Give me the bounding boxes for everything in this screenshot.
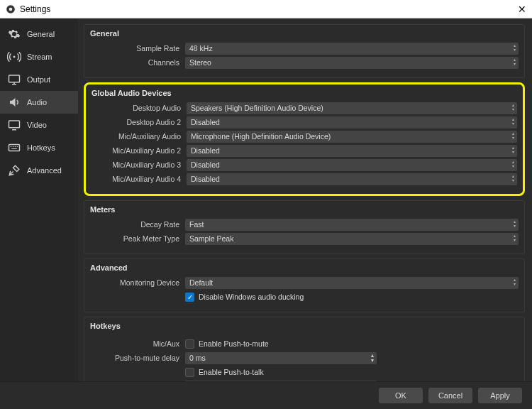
section-title-hotkeys: Hotkeys (90, 322, 519, 330)
svg-point-1 (9, 7, 13, 11)
dropdown-peak-meter-type[interactable]: Sample Peak▴▾ (185, 233, 519, 245)
label-decay-rate: Decay Rate (90, 220, 185, 229)
tools-icon (7, 164, 21, 177)
dropdown-value: Default (189, 278, 213, 287)
sidebar-item-output[interactable]: Output (0, 68, 78, 91)
checkbox-enable-push-to-talk[interactable] (185, 368, 194, 377)
dropdown-value: Microphone (High Definition Audio Device… (191, 132, 331, 141)
apply-button[interactable]: Apply (478, 388, 522, 403)
dropdown-desktop-audio[interactable]: Speakers (High Definition Audio Device)▴… (187, 102, 517, 114)
label-desktop-audio-2: Desktop Audio 2 (92, 118, 187, 126)
sidebar-item-label: General (27, 30, 55, 38)
window-title: Settings (20, 4, 518, 14)
section-title-general: General (90, 29, 519, 38)
svg-point-2 (13, 56, 16, 58)
cancel-button[interactable]: Cancel (428, 388, 472, 403)
chevron-updown-icon: ▴▾ (512, 117, 514, 126)
section-global-audio-devices: Global Audio Devices Desktop AudioSpeake… (84, 82, 525, 196)
monitor-blank-icon (7, 119, 21, 131)
label-mic-aux-3: Mic/Auxiliary Audio 3 (92, 160, 187, 169)
monitor-icon (7, 73, 21, 86)
spinbox-ptm-delay[interactable]: 0 ms▴▾ (185, 352, 377, 364)
label-mic-aux-4: Mic/Auxiliary Audio 4 (92, 175, 187, 183)
dropdown-value: Disabled (191, 146, 220, 155)
chevron-updown-icon: ▴▾ (512, 160, 514, 168)
sidebar-item-label: Video (27, 121, 47, 129)
dropdown-mic-aux-3[interactable]: Disabled▴▾ (187, 159, 517, 171)
sidebar-item-stream[interactable]: Stream (0, 45, 78, 68)
settings-window: Settings ✕ General Stream Output Audio (0, 0, 532, 409)
svg-rect-5 (9, 145, 20, 151)
spinbox-ptt-delay[interactable]: 0 ms▴▾ (185, 381, 377, 382)
sidebar: General Stream Output Audio Video Hotkey… (0, 18, 78, 381)
sidebar-item-label: Advanced (27, 166, 62, 175)
dropdown-channels[interactable]: Stereo▴▾ (185, 57, 519, 69)
dropdown-mic-aux-4[interactable]: Disabled▴▾ (187, 173, 517, 185)
spinbox-value: 0 ms (189, 354, 206, 362)
dropdown-value: Speakers (High Definition Audio Device) (191, 104, 323, 112)
dropdown-decay-rate[interactable]: Fast▴▾ (185, 219, 519, 231)
label-sample-rate: Sample Rate (90, 44, 185, 53)
dropdown-sample-rate[interactable]: 48 kHz▴▾ (185, 43, 519, 55)
sidebar-item-label: Output (27, 75, 50, 84)
dropdown-value: Stereo (189, 58, 211, 67)
sidebar-item-hotkeys[interactable]: Hotkeys (0, 136, 78, 159)
ok-button[interactable]: OK (379, 388, 423, 403)
dropdown-value: Fast (189, 220, 204, 229)
dropdown-value: Disabled (191, 160, 220, 169)
label-mic-aux-2: Mic/Auxiliary Audio 2 (92, 146, 187, 155)
speaker-icon (7, 96, 21, 109)
chevron-updown-icon: ▴▾ (514, 278, 516, 286)
dropdown-value: Disabled (191, 118, 220, 126)
chevron-updown-icon: ▴▾ (514, 234, 516, 242)
sidebar-item-advanced[interactable]: Advanced (0, 159, 78, 182)
checkbox-enable-push-to-mute[interactable] (185, 339, 194, 349)
label-monitoring-device: Monitoring Device (90, 278, 185, 287)
label-mic-aux-group: Mic/Aux (90, 339, 185, 348)
broadcast-icon (7, 50, 21, 63)
section-general: General Sample Rate 48 kHz▴▾ Channels St… (84, 24, 525, 78)
dropdown-value: 48 kHz (189, 44, 213, 53)
chevron-updown-icon: ▴▾ (514, 58, 516, 66)
section-advanced: Advanced Monitoring DeviceDefault▴▾ ✓ Di… (84, 258, 525, 312)
dropdown-monitoring-device[interactable]: Default▴▾ (185, 277, 519, 289)
svg-rect-4 (9, 121, 20, 128)
section-title-advanced: Advanced (90, 263, 519, 272)
svg-rect-3 (9, 75, 20, 82)
dropdown-mic-aux-2[interactable]: Disabled▴▾ (187, 145, 517, 157)
label-channels: Channels (90, 58, 185, 67)
close-icon[interactable]: ✕ (518, 4, 526, 15)
sidebar-item-label: Audio (27, 98, 47, 107)
section-title-global-audio: Global Audio Devices (92, 89, 517, 97)
section-hotkeys: Hotkeys Mic/Aux Enable Push-to-mute Push… (84, 317, 525, 381)
dropdown-value: Sample Peak (189, 234, 233, 243)
sidebar-item-video[interactable]: Video (0, 114, 78, 136)
label-desktop-audio: Desktop Audio (92, 104, 187, 112)
section-title-meters: Meters (90, 205, 519, 214)
dialog-footer: OK Cancel Apply (0, 381, 532, 409)
chevron-updown-icon: ▴▾ (371, 353, 374, 363)
dropdown-desktop-audio-2[interactable]: Disabled▴▾ (187, 116, 517, 129)
label-peak-meter-type: Peak Meter Type (90, 234, 185, 243)
chevron-updown-icon: ▴▾ (371, 381, 374, 382)
chevron-updown-icon: ▴▾ (514, 219, 516, 228)
gear-icon (7, 28, 21, 40)
content-pane[interactable]: General Sample Rate 48 kHz▴▾ Channels St… (78, 18, 532, 381)
keyboard-icon (7, 141, 21, 154)
dropdown-value: Disabled (191, 175, 220, 183)
section-meters: Meters Decay RateFast▴▾ Peak Meter TypeS… (84, 200, 525, 254)
sidebar-item-label: Stream (27, 53, 52, 61)
titlebar: Settings ✕ (0, 0, 532, 18)
sidebar-item-general[interactable]: General (0, 23, 78, 45)
chevron-updown-icon: ▴▾ (512, 131, 514, 140)
sidebar-item-audio[interactable]: Audio (0, 91, 78, 114)
label-mic-aux: Mic/Auxiliary Audio (92, 132, 187, 141)
label-ptm-delay: Push-to-mute delay (90, 354, 185, 362)
checkbox-disable-ducking[interactable]: ✓ (185, 293, 194, 302)
label-enable-push-to-talk: Enable Push-to-talk (199, 368, 264, 376)
chevron-updown-icon: ▴▾ (512, 103, 514, 111)
label-enable-push-to-mute: Enable Push-to-mute (199, 339, 269, 348)
dropdown-mic-aux[interactable]: Microphone (High Definition Audio Device… (187, 131, 517, 143)
sidebar-item-label: Hotkeys (27, 143, 55, 152)
window-body: General Stream Output Audio Video Hotkey… (0, 18, 532, 381)
